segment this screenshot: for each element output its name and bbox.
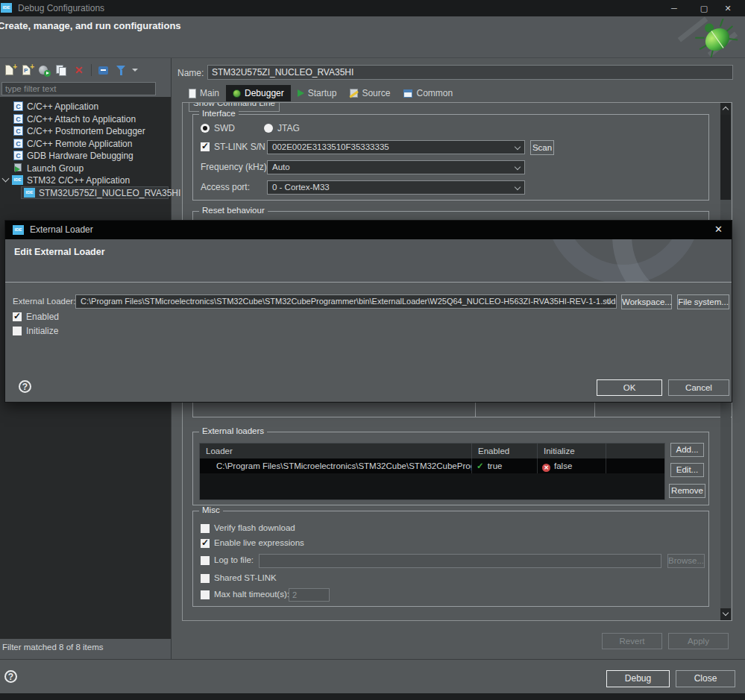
tab-main[interactable]: Main [182,85,226,101]
access-port-value: 0 - Cortex-M33 [272,183,330,192]
initialize-checkbox[interactable] [13,327,22,335]
scroll-down-icon[interactable] [720,608,731,620]
scan-button[interactable]: Scan [530,140,554,155]
window-title: Debug Configurations [18,3,104,13]
scroll-up-icon[interactable] [720,103,731,115]
c-icon: C [13,126,23,136]
stlink-sn-checkbox[interactable] [201,142,210,151]
filter-icon[interactable] [115,64,128,77]
edit-button[interactable]: Edit... [670,463,704,477]
revert-button: Revert [602,633,662,649]
tab-startup[interactable]: Startup [291,85,344,101]
tree-item-stm32-application[interactable]: IDESTM32 C/C++ Application [3,174,130,186]
help-icon[interactable]: ? [4,670,17,683]
tree-item-launch-group[interactable]: Launch Group [13,162,84,174]
collapse-all-icon[interactable] [98,64,110,77]
max-halt-timeout-label: Max halt timeout(s): [214,590,289,599]
loader-cell: C:\Program Files\STMicroelectronics\STM3… [200,458,472,473]
ok-button[interactable]: OK [597,379,662,396]
tab-label: Main [200,88,219,98]
timeout-input: 2 [289,588,330,602]
enabled-checkbox[interactable] [13,312,22,321]
export-configuration-icon[interactable] [38,64,51,77]
c-icon: C [13,139,23,148]
initialize-value: false [554,461,572,470]
modal-titlebar: IDE External Loader ✕ [5,221,732,239]
workspace-button[interactable]: Workspace... [621,294,672,309]
initialize-label: Initialize [26,326,58,336]
modal-close-icon[interactable]: ✕ [714,224,723,235]
c-icon: C [13,114,23,124]
log-file-input [259,554,661,568]
combo-arrow-icon[interactable] [515,164,521,170]
c-icon: C [13,101,23,111]
tab-common[interactable]: Common [397,85,459,101]
filter-input[interactable] [1,82,156,95]
tab-debugger[interactable]: Debugger [226,85,291,101]
reset-behaviour-legend: Reset behaviour [199,206,268,215]
tab-source[interactable]: Source [343,85,397,101]
window-bottom-edge [0,693,745,700]
interface-legend: Interface [199,109,239,118]
log-to-file-checkbox[interactable] [201,556,210,565]
configuration-tabs: Main Debugger Startup Source Common [182,85,459,101]
column-loader: Loader [200,444,472,458]
initialize-cell: ✕false [538,458,606,473]
app-icon: IDE [1,3,12,13]
live-expressions-checkbox[interactable] [201,539,210,548]
frequency-combo[interactable]: Auto [267,160,525,174]
new-prototype-icon[interactable]: P+ [21,64,34,77]
shared-stlink-checkbox[interactable] [201,574,210,583]
enabled-value: true [488,461,503,470]
frequency-value: Auto [272,163,290,171]
debug-button[interactable]: Debug [606,670,670,687]
scrollbar-thumb[interactable] [720,115,731,200]
chevron-down-icon[interactable] [2,175,10,183]
stlink-sn-combo[interactable]: 002E002E3133510F35333335 [267,140,525,154]
name-input[interactable] [207,65,733,80]
add-button[interactable]: Add... [670,443,704,457]
access-port-combo[interactable]: 0 - Cortex-M33 [267,180,525,195]
new-configuration-icon[interactable]: + [4,64,16,77]
window-titlebar: IDE Debug Configurations ─ ▢ ✕ [0,0,745,16]
delete-icon[interactable]: ✕ [72,64,85,77]
filter-menu-caret-icon[interactable] [132,69,138,72]
table-header: Loader Enabled Initialize [200,444,664,458]
remove-button[interactable]: Remove [669,484,705,498]
external-loader-label: External Loader: [13,297,75,306]
table-row[interactable]: C:\Program Files\STMicroelectronics\STM3… [200,458,664,473]
tree-item-label: C/C++ Application [27,101,98,112]
jtag-radio[interactable] [264,124,273,133]
enabled-label: Enabled [26,312,59,322]
external-loader-combo[interactable]: C:\Program Files\STMicroelectronics\STM3… [75,294,617,309]
verify-flash-checkbox[interactable] [201,524,210,533]
combo-arrow-icon[interactable] [515,184,521,190]
tree-item-gdb-hardware[interactable]: CGDB Hardware Debugging [13,149,133,162]
tree-item-cpp-application[interactable]: CC/C++ Application [13,100,98,113]
tree-item-cpp-remote[interactable]: CC/C++ Remote Application [13,137,132,150]
live-expressions-label: Enable live expressions [214,538,304,547]
minimize-icon[interactable]: ─ [663,0,685,16]
banner-headline: Create, manage, and run configurations [0,20,181,31]
modal-banner: Edit External Loader [5,239,732,283]
misc-legend: Misc [199,505,223,514]
maximize-icon[interactable]: ▢ [693,0,715,16]
external-loaders-table[interactable]: Loader Enabled Initialize C:\Program Fil… [199,443,665,500]
max-halt-timeout-checkbox[interactable] [201,590,210,599]
tab-label: Common [416,88,453,98]
swd-radio[interactable] [201,124,210,133]
stlink-sn-label: ST-LINK S/N [214,142,265,152]
file-system-button[interactable]: File system... [677,294,729,309]
external-loader-value: C:\Program Files\STMicroelectronics\STM3… [81,297,617,306]
close-button[interactable]: Close [676,670,735,687]
close-icon[interactable]: ✕ [717,0,739,16]
tree-item-cpp-postmortem[interactable]: CC/C++ Postmortem Debugger [13,124,145,137]
duplicate-icon[interactable] [55,64,68,77]
tree-item-cpp-attach[interactable]: CC/C++ Attach to Application [13,113,136,125]
cancel-button[interactable]: Cancel [668,379,729,396]
modal-help-icon[interactable]: ? [19,380,31,393]
combo-arrow-icon[interactable] [515,144,521,150]
column-enabled: Enabled [472,444,538,458]
tree-item-stm32u575zi[interactable]: IDESTM32U575ZI_NUCLEO_RVA35HI [24,186,180,199]
browse-button: Browse... [667,554,705,568]
